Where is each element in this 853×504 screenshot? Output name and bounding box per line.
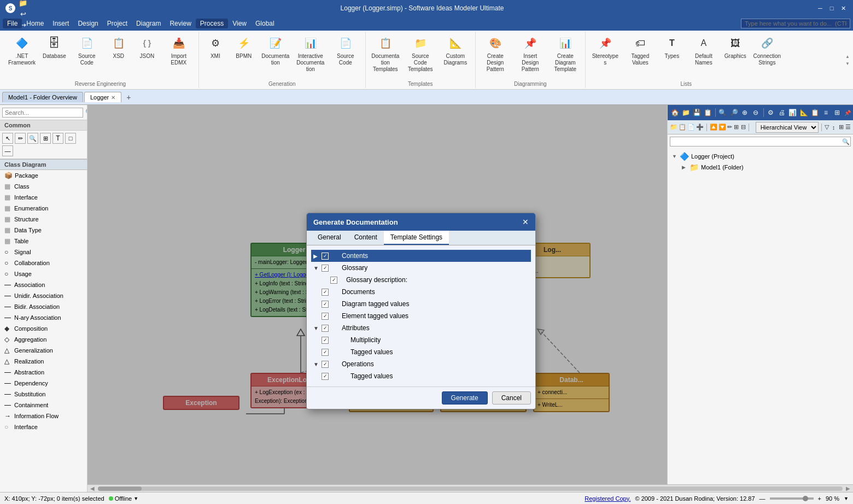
rp-btn2-5[interactable]: 🔼	[710, 122, 717, 133]
tree-row-glossary[interactable]: ▼ ✓ Glossary	[311, 262, 531, 274]
ribbon-btn-insert-design[interactable]: 📌 Insert Design Pattern	[514, 33, 547, 74]
tree-row-attr-tagged[interactable]: ✓ Tagged values	[311, 346, 531, 358]
zoom-thumb[interactable]	[803, 496, 808, 501]
sidebar-search-btn[interactable]: 🔍	[83, 107, 87, 118]
tab-model1[interactable]: Model1 - Folder Overview	[2, 92, 83, 102]
ribbon-btn-connection-strings[interactable]: 🔗 Connection Strings	[751, 33, 784, 68]
tool-line[interactable]: —	[2, 145, 13, 156]
attributes-checkbox[interactable]: ✓	[322, 325, 329, 332]
tree-row-ops-tagged[interactable]: ✓ Tagged values	[311, 370, 531, 382]
search-input[interactable]	[741, 19, 850, 28]
rp-btn-13[interactable]: 📋	[810, 107, 820, 119]
sidebar-item-usage[interactable]: ○ Usage	[0, 268, 87, 279]
canvas-hscroll[interactable]: ◀ ▶	[87, 484, 853, 492]
menu-project[interactable]: Project	[103, 19, 132, 28]
ribbon-btn-xsd[interactable]: 📋 XSD	[106, 33, 132, 61]
ribbon-btn-create-design[interactable]: 🎨 Create Design Pattern	[479, 33, 512, 74]
cancel-btn[interactable]: Cancel	[492, 391, 531, 405]
glossary-checkbox[interactable]: ✓	[322, 265, 329, 272]
rp-pin-btn[interactable]: 📌	[844, 110, 851, 116]
rp-btn-4[interactable]: 📋	[703, 107, 713, 119]
rp-list-btn[interactable]: ☰	[845, 122, 851, 133]
tree-row-diagram-tagged[interactable]: ✓ Diagram tagged values	[311, 298, 531, 310]
menu-insert[interactable]: Insert	[48, 19, 73, 28]
rp-sort-btn[interactable]: ↕	[831, 122, 836, 133]
tool-zoom[interactable]: 🔍	[27, 133, 38, 144]
multiplicity-checkbox[interactable]: ✓	[322, 337, 329, 344]
sidebar-item-aggregation[interactable]: ◇ Aggregation	[0, 334, 87, 345]
sidebar-item-collaboration[interactable]: ○ Collaboration	[0, 257, 87, 268]
sidebar-item-realization[interactable]: △ Realization	[0, 356, 87, 367]
modal-tab-template-settings[interactable]: Template Settings	[384, 231, 449, 245]
tool-select[interactable]: ✏	[15, 133, 26, 144]
rp-btn-6[interactable]: 🔎	[729, 107, 739, 119]
hscroll-right[interactable]: ▶	[844, 485, 852, 491]
ops-tagged-checkbox[interactable]: ✓	[322, 373, 329, 380]
menu-review[interactable]: Review	[165, 19, 195, 28]
sidebar-item-substitution[interactable]: — Substitution	[0, 389, 87, 400]
status-zoom-in[interactable]: +	[818, 495, 821, 502]
contents-checkbox[interactable]: ✓	[322, 253, 329, 260]
canvas-main[interactable]: 1 1..* -owner -writers	[87, 105, 667, 484]
menu-view[interactable]: View	[228, 19, 251, 28]
rp-btn-1[interactable]: 🏠	[670, 107, 680, 119]
rp-btn-5[interactable]: 🔍	[718, 107, 728, 119]
ribbon-btn-stereotypes[interactable]: 📌 Stereotypes	[589, 33, 622, 68]
rp-btn2-2[interactable]: 📋	[679, 122, 686, 133]
sidebar-item-generalization[interactable]: △ Generalization	[0, 345, 87, 356]
sidebar-item-enumeration[interactable]: ▦ Enumeration	[0, 203, 87, 214]
contents-expand[interactable]: ▶	[313, 253, 320, 259]
rp-btn2-3[interactable]: 📄	[687, 122, 695, 133]
sidebar-item-table[interactable]: ▦ Table	[0, 236, 87, 247]
rp-btn-10[interactable]: 🖨	[777, 107, 787, 119]
ribbon-btn-create-diagram-tmpl[interactable]: 📊 Create Diagram Template	[549, 33, 582, 74]
rp-btn-3[interactable]: 💾	[692, 107, 702, 119]
diagram-tagged-checkbox[interactable]: ✓	[322, 301, 329, 308]
rp-search-btn[interactable]: 🔍	[842, 138, 850, 145]
restore-btn[interactable]: □	[827, 4, 836, 13]
ribbon-btn-netframework[interactable]: 🔷 .NET Framework	[5, 33, 38, 68]
sidebar-item-signal[interactable]: ○ Signal	[0, 247, 87, 257]
sidebar-item-info-flow[interactable]: → Information Flow	[0, 411, 87, 421]
ribbon-btn-xmi[interactable]: ⚙ XMI	[202, 33, 229, 61]
ribbon-btn-src-templates[interactable]: 📁 Source Code Templates	[404, 33, 437, 74]
ribbon-btn-documentation[interactable]: 📝 Documentation	[259, 33, 292, 68]
open-quick-btn[interactable]: 📁	[17, 0, 28, 8]
tree-row-operations[interactable]: ▼ ✓ Operations	[311, 358, 531, 370]
sidebar-item-class[interactable]: ▦ Class	[0, 181, 87, 192]
operations-expand[interactable]: ▼	[313, 361, 320, 367]
rp-view-dropdown[interactable]: Hierarchical View Flat View	[756, 122, 819, 133]
ribbon-btn-bpmn[interactable]: ⚡ BPMN	[231, 33, 257, 61]
ribbon-btn-types[interactable]: T Types	[659, 33, 685, 61]
sidebar-item-nary-assoc[interactable]: — N-ary Association	[0, 312, 87, 323]
modal-tab-general[interactable]: General	[311, 231, 348, 245]
menu-file[interactable]: File	[3, 19, 22, 28]
rp-filter-btn[interactable]: ▽	[824, 122, 829, 133]
rp-btn-11[interactable]: 📊	[788, 107, 798, 119]
menu-home[interactable]: Home	[22, 19, 48, 28]
close-btn[interactable]: ✕	[839, 4, 848, 13]
modal-tab-content[interactable]: Content	[348, 231, 384, 245]
hscroll-thumb[interactable]	[98, 487, 142, 491]
menu-process[interactable]: Process	[196, 19, 228, 28]
sidebar-item-association[interactable]: — Association	[0, 279, 87, 290]
tab-add-btn[interactable]: +	[122, 91, 135, 103]
sidebar-item-dependency[interactable]: — Dependency	[0, 378, 87, 389]
sidebar-item-interface[interactable]: ▦ Interface	[0, 192, 87, 203]
glossary-desc-checkbox[interactable]: ✓	[330, 277, 337, 284]
ribbon-btn-sourcecode-gen[interactable]: 📄 Source Code	[329, 33, 362, 68]
menu-diagram[interactable]: Diagram	[132, 19, 165, 28]
tree-row-element-tagged[interactable]: ✓ Element tagged values	[311, 310, 531, 322]
tab-logger[interactable]: Logger ✕	[84, 92, 121, 102]
tree-row-attributes[interactable]: ▼ ✓ Attributes	[311, 322, 531, 334]
rp-btn-9[interactable]: ⚙	[766, 107, 775, 119]
rp-tree-item-model1[interactable]: ▶ 📁 Model1 (Folder)	[680, 162, 851, 173]
project-chevron[interactable]: ▼	[672, 154, 677, 159]
ribbon-btn-graphics[interactable]: 🖼 Graphics	[722, 33, 749, 61]
ribbon-scroll[interactable]: ▲ ▼	[844, 32, 851, 88]
rp-btn-15[interactable]: ⊞	[832, 107, 842, 119]
hscroll-left[interactable]: ◀	[89, 485, 96, 491]
sidebar-item-structure[interactable]: ▦ Structure	[0, 214, 87, 225]
status-zoom-slider[interactable]	[770, 497, 814, 500]
ribbon-btn-interactive-doc[interactable]: 📊 Interactive Documentation	[294, 33, 327, 74]
